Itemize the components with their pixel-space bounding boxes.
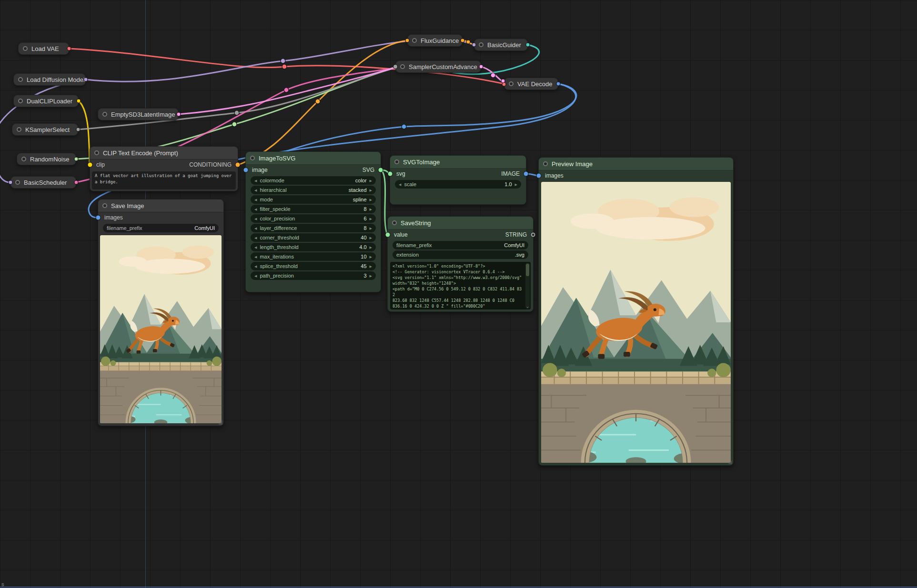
- slot-dot-image[interactable]: [402, 124, 406, 129]
- node-dualcliploader[interactable]: DualCLIPLoader: [13, 95, 79, 107]
- slot-dot-noise[interactable]: [232, 122, 237, 127]
- node-preview-image[interactable]: Preview Image images: [538, 157, 734, 466]
- widget-extension[interactable]: extension .svg: [393, 250, 528, 259]
- node-randomnoise[interactable]: RandomNoise: [17, 153, 76, 165]
- increment-arrow-icon[interactable]: ▶: [370, 189, 372, 192]
- output-slot-svg[interactable]: [379, 168, 383, 172]
- widget-colormode[interactable]: ◀colormodecolor▶: [251, 176, 376, 185]
- collapse-icon[interactable]: [250, 156, 255, 160]
- collapse-icon[interactable]: [23, 46, 28, 51]
- node-save-image[interactable]: Save Image images filename_prefix ComfyU…: [98, 199, 224, 426]
- node-graph-canvas[interactable]: { "canvas": { "stray_text": "s" }, "icon…: [0, 0, 917, 588]
- widget-scale[interactable]: ◀scale1.0▶: [395, 180, 521, 189]
- input-slot-images[interactable]: [96, 216, 101, 220]
- widget-color-precision[interactable]: ◀color_precision6▶: [251, 214, 376, 223]
- widget-filter-speckle[interactable]: ◀filter_speckle8▶: [251, 205, 376, 213]
- increment-arrow-icon[interactable]: ▶: [370, 179, 372, 182]
- node-savestring[interactable]: SaveString value STRING filename_prefix …: [387, 216, 534, 312]
- resize-handle[interactable]: [218, 420, 222, 425]
- node-clip-text-encode[interactable]: CLIP Text Encode (Prompt) clip CONDITION…: [90, 146, 238, 191]
- prompt-textarea[interactable]: A flat vector art illustration of a goat…: [92, 171, 236, 189]
- decrement-arrow-icon[interactable]: ◀: [254, 179, 257, 182]
- slot-dot-latent[interactable]: [491, 73, 495, 78]
- slot-dot-vae[interactable]: [282, 64, 287, 69]
- decrement-arrow-icon[interactable]: ◀: [254, 265, 257, 268]
- collapse-icon[interactable]: [509, 81, 514, 86]
- increment-arrow-icon[interactable]: ▶: [370, 246, 372, 249]
- increment-arrow-icon[interactable]: ▶: [370, 217, 372, 220]
- increment-arrow-icon[interactable]: ▶: [370, 274, 372, 278]
- node-svgtoimage[interactable]: SVGToImage svg IMAGE ◀scale1.0▶: [390, 155, 526, 205]
- scroll-down-icon[interactable]: ⌄: [525, 304, 530, 309]
- output-slot-string[interactable]: [531, 233, 535, 237]
- decrement-arrow-icon[interactable]: ◀: [254, 189, 257, 192]
- increment-arrow-icon[interactable]: ▶: [515, 183, 517, 186]
- widget-filename-prefix[interactable]: filename_prefix ComfyUI: [393, 241, 528, 249]
- node-basicguider[interactable]: BasicGuider: [474, 39, 528, 51]
- collapse-icon[interactable]: [18, 77, 23, 82]
- scrollbar[interactable]: ⌄: [525, 263, 530, 309]
- decrement-arrow-icon[interactable]: ◀: [254, 217, 257, 220]
- collapse-icon[interactable]: [17, 127, 21, 132]
- decrement-arrow-icon[interactable]: ◀: [254, 274, 257, 278]
- node-load-vae[interactable]: Load VAE: [18, 42, 69, 55]
- decrement-arrow-icon[interactable]: ◀: [254, 208, 257, 211]
- widget-filename-prefix[interactable]: filename_prefix ComfyUI: [103, 224, 219, 232]
- decrement-arrow-icon[interactable]: ◀: [254, 236, 257, 239]
- widget-layer-difference[interactable]: ◀layer_difference8▶: [251, 224, 376, 232]
- increment-arrow-icon[interactable]: ▶: [370, 265, 372, 268]
- decrement-arrow-icon[interactable]: ◀: [254, 198, 257, 201]
- slot-dot-sampler[interactable]: [234, 110, 239, 115]
- input-slot-svg[interactable]: [388, 172, 393, 176]
- decrement-arrow-icon[interactable]: ◀: [254, 246, 257, 249]
- collapse-icon[interactable]: [94, 150, 99, 155]
- collapse-icon[interactable]: [102, 112, 107, 117]
- scrollbar-thumb[interactable]: [526, 264, 529, 276]
- widget-max-iterations[interactable]: ◀max_iterations10▶: [251, 252, 376, 261]
- node-samplercustomadvance[interactable]: SamplerCustomAdvance: [395, 60, 481, 73]
- collapse-icon[interactable]: [412, 38, 417, 43]
- decrement-arrow-icon[interactable]: ◀: [399, 183, 401, 186]
- input-slot-clip[interactable]: [88, 163, 92, 167]
- node-header[interactable]: ImageToSVG: [246, 152, 381, 165]
- input-slot-images[interactable]: [537, 174, 541, 178]
- increment-arrow-icon[interactable]: ▶: [370, 227, 372, 230]
- collapse-icon[interactable]: [21, 157, 26, 161]
- collapse-icon[interactable]: [400, 64, 405, 69]
- node-ksamplerselect[interactable]: KSamplerSelect: [12, 123, 78, 136]
- collapse-icon[interactable]: [394, 159, 399, 164]
- node-header[interactable]: Preview Image: [539, 158, 733, 170]
- increment-arrow-icon[interactable]: ▶: [370, 255, 372, 259]
- increment-arrow-icon[interactable]: ▶: [370, 236, 372, 239]
- decrement-arrow-icon[interactable]: ◀: [254, 255, 257, 259]
- node-emptysd3latentimage[interactable]: EmptySD3LatentImage: [98, 108, 179, 120]
- collapse-icon[interactable]: [18, 99, 23, 103]
- widget-length-threshold[interactable]: ◀length_threshold4.0▶: [251, 243, 376, 251]
- node-vae-decode[interactable]: VAE Decode: [504, 78, 558, 90]
- widget-corner-threshold[interactable]: ◀corner_threshold40▶: [251, 233, 376, 242]
- widget-mode[interactable]: ◀modespline▶: [251, 195, 376, 204]
- widget-hierarchical[interactable]: ◀hierarchicalstacked▶: [251, 186, 376, 194]
- node-header[interactable]: SaveString: [388, 217, 533, 229]
- node-load-diffusion-model[interactable]: Load Diffusion Model: [13, 73, 86, 86]
- widget-splice-threshold[interactable]: ◀splice_threshold45▶: [251, 262, 376, 270]
- svg-code-textarea[interactable]: <?xml version="1.0" encoding="UTF-8"?> <…: [390, 262, 531, 309]
- increment-arrow-icon[interactable]: ▶: [370, 198, 372, 201]
- widget-path-precision[interactable]: ◀path_precision3▶: [251, 271, 376, 280]
- node-header[interactable]: Save Image: [98, 199, 223, 212]
- resize-handle[interactable]: [728, 460, 732, 464]
- node-basicscheduler[interactable]: BasicScheduler: [10, 176, 76, 189]
- increment-arrow-icon[interactable]: ▶: [370, 208, 372, 211]
- collapse-icon[interactable]: [543, 161, 548, 166]
- slot-dot-model[interactable]: [281, 59, 285, 63]
- slot-dot-conditioning[interactable]: [466, 40, 470, 44]
- slot-dot-sigmas[interactable]: [284, 88, 289, 92]
- node-fluxguidance[interactable]: FluxGuidance: [407, 34, 463, 47]
- decrement-arrow-icon[interactable]: ◀: [254, 227, 257, 230]
- output-slot-image[interactable]: [524, 172, 528, 176]
- node-header[interactable]: SVGToImage: [390, 156, 526, 169]
- node-header[interactable]: CLIP Text Encode (Prompt): [90, 147, 238, 159]
- collapse-icon[interactable]: [392, 220, 397, 225]
- collapse-icon[interactable]: [15, 180, 20, 185]
- collapse-icon[interactable]: [102, 203, 107, 208]
